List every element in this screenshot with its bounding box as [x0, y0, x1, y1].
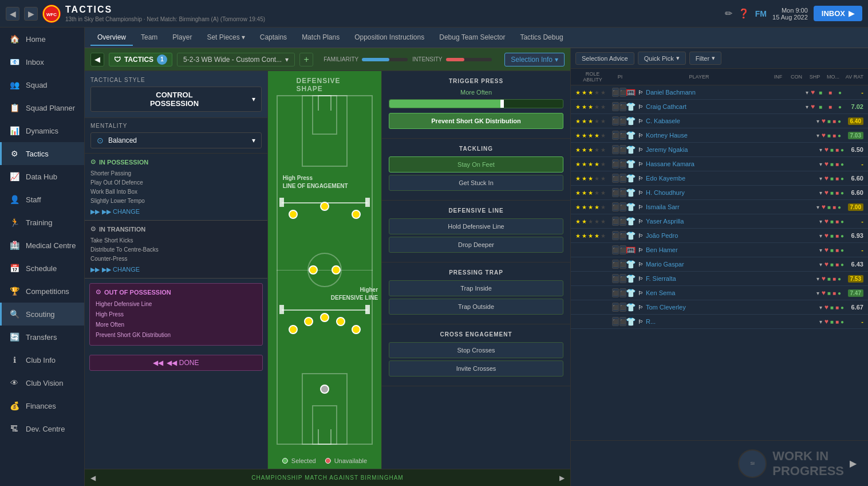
- help-icon[interactable]: ❓: [738, 8, 749, 19]
- inbox-button[interactable]: INBOX ▶: [814, 6, 862, 21]
- a3[interactable]: ●: [841, 233, 844, 239]
- player-drop[interactable]: ▾: [806, 104, 808, 110]
- selection-advice-button[interactable]: Selection Advice: [575, 52, 634, 65]
- bottom-arrow-right[interactable]: ▶: [559, 474, 565, 482]
- player-name[interactable]: F. Sierralta: [646, 275, 814, 282]
- heart[interactable]: ♥: [824, 260, 828, 268]
- sidebar-item-squad[interactable]: 👥 Squad: [0, 73, 84, 96]
- prevent-distribution-button[interactable]: Prevent Short GK Distribution: [389, 113, 563, 129]
- heart[interactable]: ♥: [824, 318, 828, 326]
- player-def-4[interactable]: [336, 317, 345, 326]
- drop[interactable]: ▾: [819, 233, 822, 239]
- forward-button[interactable]: ▶: [24, 7, 38, 21]
- sidebar-item-scouting[interactable]: 🔍 Scouting: [0, 303, 84, 326]
- in-transition-change-button[interactable]: ▶▶ ▶▶ CHANGE: [90, 266, 262, 273]
- heart[interactable]: ♥: [824, 217, 828, 225]
- drop[interactable]: ▾: [819, 304, 822, 311]
- trap-outside-button[interactable]: Trap Outside: [389, 299, 563, 315]
- player-name[interactable]: Kortney Hause: [646, 132, 814, 139]
- a1[interactable]: ■: [830, 247, 834, 253]
- drop[interactable]: ▾: [819, 218, 822, 225]
- drop[interactable]: ▾: [819, 161, 822, 167]
- drop[interactable]: ▾: [816, 204, 819, 210]
- heart[interactable]: ♥: [822, 131, 826, 139]
- heart[interactable]: ♥: [822, 203, 826, 211]
- bottom-arrow-left[interactable]: ◀: [90, 474, 96, 482]
- back-button[interactable]: ◀: [6, 7, 19, 21]
- sidebar-item-data-hub[interactable]: 📈 Data Hub: [0, 165, 84, 188]
- a2[interactable]: ■: [835, 247, 839, 253]
- sidebar-item-inbox[interactable]: 📧 Inbox: [0, 50, 84, 73]
- a2[interactable]: ■: [835, 218, 839, 225]
- player-name[interactable]: Hassane Kamara: [646, 160, 817, 167]
- a2[interactable]: ■: [835, 147, 839, 153]
- a2[interactable]: ■: [833, 290, 836, 296]
- a2[interactable]: ■: [833, 276, 836, 282]
- a1[interactable]: ■: [830, 319, 834, 325]
- mentality-dropdown[interactable]: ⊙ Balanced ▾: [90, 132, 262, 148]
- a3[interactable]: ●: [838, 132, 841, 139]
- drop[interactable]: ▾: [816, 132, 819, 139]
- a2[interactable]: ■: [835, 261, 839, 268]
- action-icon[interactable]: ■: [816, 103, 824, 111]
- player-name[interactable]: C. Kabasele: [646, 117, 814, 124]
- stay-on-feet-button[interactable]: Stay On Feet: [389, 156, 563, 173]
- done-button[interactable]: ◀◀ ◀◀ DONE: [89, 355, 263, 371]
- sidebar-item-tactics[interactable]: ⚙ Tactics: [0, 142, 84, 165]
- sidebar-item-transfers[interactable]: 🔄 Transfers: [0, 326, 84, 348]
- a1[interactable]: ■: [827, 118, 831, 124]
- player-fwd-1[interactable]: [289, 210, 298, 219]
- player-name[interactable]: Mario Gaspar: [646, 261, 817, 268]
- selection-info-button[interactable]: Selection Info ▾: [504, 53, 565, 66]
- tactics-back-button[interactable]: ◀: [90, 53, 104, 66]
- tab-captains[interactable]: Captains: [253, 30, 294, 46]
- player-dropdown[interactable]: ▾: [806, 89, 808, 96]
- action-red-icon[interactable]: ■: [826, 88, 834, 96]
- sidebar-item-dynamics[interactable]: 📊 Dynamics: [0, 119, 84, 142]
- tab-set-pieces[interactable]: Set Pieces ▾: [200, 30, 251, 46]
- a1[interactable]: ■: [830, 190, 834, 196]
- drop[interactable]: ▾: [819, 261, 822, 268]
- heart[interactable]: ♥: [824, 232, 828, 240]
- player-name[interactable]: Craig Cathcart: [646, 103, 803, 110]
- drop-deeper-button[interactable]: Drop Deeper: [389, 237, 563, 253]
- a2[interactable]: ■: [835, 161, 839, 167]
- action-icon[interactable]: ●: [836, 103, 844, 111]
- player-mid-1[interactable]: [309, 265, 318, 275]
- a3[interactable]: ●: [841, 147, 844, 153]
- sidebar-item-dev-centre[interactable]: 🏗 Dev. Centre: [0, 417, 84, 440]
- scroll-right[interactable]: ▶: [850, 458, 857, 469]
- drop[interactable]: ▾: [819, 175, 822, 182]
- a2[interactable]: ■: [833, 204, 836, 210]
- player-gk[interactable]: [320, 385, 329, 394]
- heart[interactable]: ♥: [824, 174, 828, 182]
- heart[interactable]: ♥: [822, 117, 826, 125]
- invite-crosses-button[interactable]: Invite Crosses: [389, 360, 563, 377]
- tactical-style-dropdown[interactable]: CONTROL POSSESSION ▾: [90, 87, 262, 112]
- player-name[interactable]: R...: [646, 318, 817, 325]
- a1[interactable]: ■: [827, 276, 831, 282]
- quick-pick-button[interactable]: Quick Pick ▾: [638, 52, 686, 65]
- sidebar-item-competitions[interactable]: 🏆 Competitions: [0, 280, 84, 303]
- heart[interactable]: ♥: [822, 289, 826, 297]
- tab-opposition[interactable]: Opposition Instructions: [348, 30, 431, 46]
- drop[interactable]: ▾: [819, 319, 822, 325]
- a2[interactable]: ■: [835, 175, 839, 182]
- edit-icon[interactable]: ✏: [725, 8, 732, 19]
- sidebar-item-medical[interactable]: 🏥 Medical Centre: [0, 234, 84, 257]
- a3[interactable]: ●: [838, 290, 841, 296]
- player-name[interactable]: Jeremy Ngakia: [646, 146, 817, 153]
- a3[interactable]: ●: [841, 319, 844, 325]
- player-name[interactable]: João Pedro: [646, 232, 817, 239]
- player-def-5[interactable]: [352, 325, 361, 334]
- a1[interactable]: ■: [830, 218, 834, 225]
- a2[interactable]: ■: [835, 319, 839, 325]
- heart[interactable]: ♥: [824, 189, 828, 197]
- trap-inside-button[interactable]: Trap Inside: [389, 280, 563, 296]
- a3[interactable]: ●: [838, 118, 841, 124]
- trigger-press-bar[interactable]: [389, 99, 563, 108]
- drop[interactable]: ▾: [819, 247, 822, 253]
- sidebar-item-training[interactable]: 🏃 Training: [0, 211, 84, 234]
- a2[interactable]: ■: [833, 118, 836, 124]
- tab-tactics-debug[interactable]: Tactics Debug: [513, 30, 570, 46]
